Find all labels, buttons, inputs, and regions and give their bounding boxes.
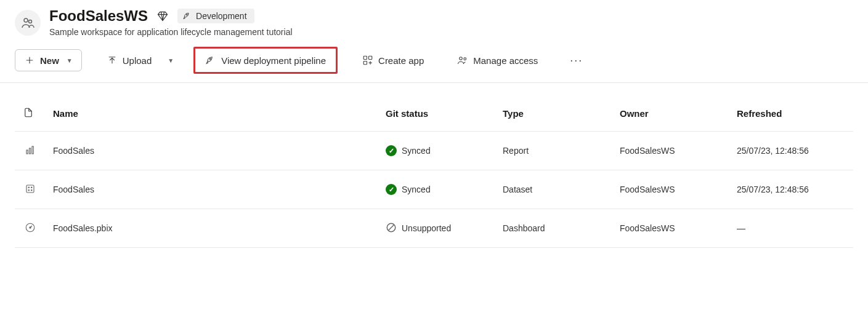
- table-row[interactable]: FoodSales Synced Dataset FoodSalesWS 25/…: [15, 170, 853, 209]
- item-type: Report: [495, 132, 612, 170]
- column-header-git[interactable]: Git status: [378, 95, 495, 132]
- workspace-avatar-icon: [15, 10, 41, 36]
- workspace-title: FoodSalesWS: [49, 7, 148, 25]
- table-row[interactable]: FoodSales.pbix Unsupported Dashboard Foo…: [15, 209, 853, 248]
- synced-status-icon: [386, 184, 397, 195]
- svg-rect-11: [32, 146, 33, 154]
- manage-access-button-label: Manage access: [473, 55, 538, 66]
- svg-point-3: [209, 58, 211, 60]
- item-name: FoodSales.pbix: [46, 209, 378, 248]
- environment-badge-label: Development: [196, 11, 247, 21]
- diamond-icon[interactable]: [156, 10, 169, 22]
- svg-point-18: [30, 227, 31, 228]
- svg-rect-12: [26, 185, 34, 193]
- item-name: FoodSales: [46, 170, 378, 209]
- item-refreshed: 25/07/23, 12:48:56: [729, 170, 853, 209]
- new-button-label: New: [40, 55, 59, 66]
- svg-point-1: [29, 20, 32, 23]
- column-header-name[interactable]: Name: [46, 95, 378, 132]
- svg-rect-4: [363, 56, 367, 59]
- synced-status-icon: [386, 145, 397, 156]
- workspace-toolbar: New ▼ Upload ▼ View deployment pipeline …: [0, 42, 868, 83]
- upload-dropdown-button[interactable]: ▼: [161, 52, 177, 69]
- svg-rect-6: [363, 62, 367, 65]
- svg-point-13: [28, 187, 30, 188]
- item-type: Dashboard: [495, 209, 612, 248]
- dashboard-icon: [24, 221, 36, 234]
- file-icon: [22, 106, 34, 119]
- pipeline-button-label: View deployment pipeline: [221, 55, 326, 66]
- svg-rect-10: [30, 148, 31, 154]
- git-status-label: Synced: [402, 185, 431, 194]
- item-owner: FoodSalesWS: [612, 209, 729, 248]
- git-status-label: Synced: [402, 146, 431, 156]
- unsupported-status-icon: [386, 222, 397, 235]
- items-table: Name Git status Type Owner Refreshed Foo…: [15, 95, 853, 248]
- svg-point-15: [28, 190, 30, 191]
- item-owner: FoodSalesWS: [612, 170, 729, 209]
- svg-point-7: [460, 57, 463, 60]
- git-status-label: Unsupported: [402, 223, 451, 233]
- dataset-icon: [24, 183, 36, 195]
- column-header-type[interactable]: Type: [495, 95, 612, 132]
- item-type: Dataset: [495, 170, 612, 209]
- upload-button-label: Upload: [123, 55, 152, 66]
- create-app-button[interactable]: Create app: [354, 50, 432, 71]
- svg-rect-9: [26, 150, 28, 154]
- column-header-refreshed[interactable]: Refreshed: [729, 95, 853, 132]
- environment-badge[interactable]: Development: [177, 9, 254, 23]
- table-row[interactable]: FoodSales Synced Report FoodSalesWS 25/0…: [15, 132, 853, 170]
- create-app-button-label: Create app: [378, 55, 424, 66]
- item-name: FoodSales: [46, 132, 378, 170]
- svg-point-8: [464, 58, 466, 60]
- svg-point-0: [24, 18, 28, 22]
- svg-point-14: [31, 187, 33, 188]
- new-button[interactable]: New ▼: [15, 49, 82, 71]
- workspace-header: FoodSalesWS Development Sample workspace…: [0, 0, 868, 42]
- manage-access-button[interactable]: Manage access: [448, 50, 546, 71]
- more-options-button[interactable]: ···: [562, 49, 590, 72]
- item-refreshed: —: [729, 209, 853, 248]
- svg-rect-5: [369, 56, 372, 59]
- item-refreshed: 25/07/23, 12:48:56: [729, 132, 853, 170]
- column-header-owner[interactable]: Owner: [612, 95, 729, 132]
- svg-point-2: [186, 14, 187, 15]
- report-icon: [24, 144, 36, 156]
- svg-point-16: [31, 190, 33, 191]
- chevron-down-icon: ▼: [67, 57, 73, 64]
- workspace-subtitle: Sample workspace for application lifecyc…: [49, 27, 293, 37]
- view-deployment-pipeline-button[interactable]: View deployment pipeline: [193, 47, 338, 74]
- upload-button[interactable]: Upload: [98, 50, 161, 71]
- chevron-down-icon: ▼: [168, 57, 174, 64]
- item-owner: FoodSalesWS: [612, 132, 729, 170]
